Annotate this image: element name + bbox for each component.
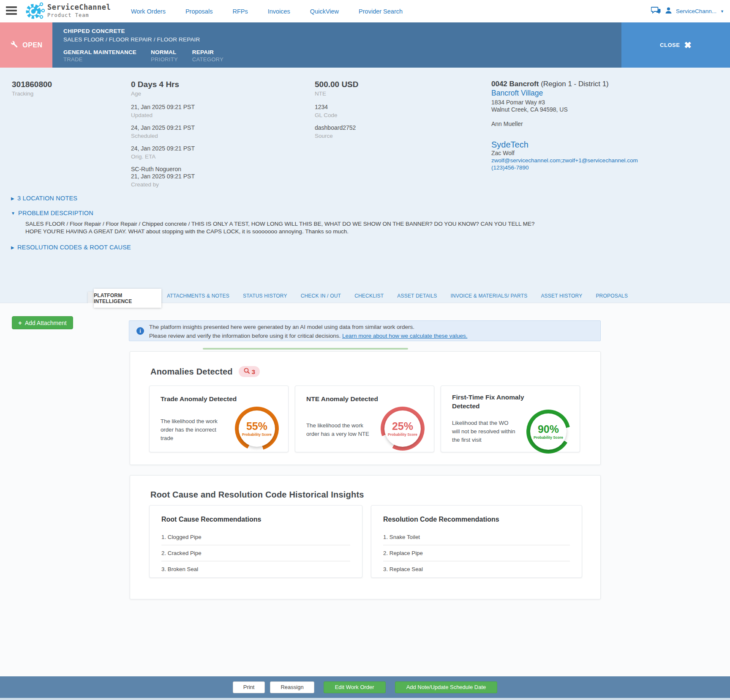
gl-code-label: GL Code (315, 112, 359, 119)
tracking-column: 301860800 Tracking (12, 79, 52, 97)
reassign-button[interactable]: Reassign (270, 681, 314, 693)
provider-contact: Zac Wolf (491, 150, 638, 157)
scheduled-value: 24, Jan 2025 09:21 PST (131, 124, 195, 131)
historical-insights-card: Root Cause and Resolution Code Historica… (130, 475, 601, 599)
plus-icon: + (18, 319, 22, 326)
nav-rfps[interactable]: RFPs (232, 8, 248, 15)
add-attachment-button[interactable]: + Add Attachment (12, 316, 73, 329)
learn-more-link[interactable]: Learn more about how we calculate these … (342, 333, 467, 339)
trade-anomaly-score: 55% (246, 421, 267, 432)
resolution-code-item-1: 1. Snake Toilet (383, 529, 570, 545)
root-cause-item-3: 3. Broken Seal (161, 561, 350, 577)
source-label: Source (315, 132, 359, 139)
close-icon: ✖ (684, 41, 692, 49)
resolution-code-recommendations-card: Resolution Code Recommendations 1. Snake… (371, 505, 582, 578)
priority-label: PRIORITY (151, 56, 178, 63)
problem-description-toggle[interactable]: ▼PROBLEM DESCRIPTION (11, 210, 93, 216)
location-notes-toggle[interactable]: ▶3 LOCATION NOTES (11, 195, 77, 202)
updated-label: Updated (131, 112, 195, 119)
status-badge: OPEN (0, 22, 52, 68)
footer-strip (0, 698, 730, 700)
main-nav: Work Orders Proposals RFPs Invoices Quic… (131, 0, 403, 22)
category-value: REPAIR (192, 49, 223, 55)
scheduled-label: Scheduled (131, 132, 195, 139)
tab-proposals[interactable]: PROPOSALS (596, 293, 628, 299)
age-value: 0 Days 4 Hrs (131, 79, 195, 89)
top-nav-bar: ServiceChannel Product Team Work Orders … (0, 0, 730, 22)
store-region: (Region 1 - District 1) (539, 80, 608, 88)
anomaly-count: 3 (252, 368, 255, 375)
tab-bar: ATTACHMENTS & NOTES STATUS HISTORY CHECK… (167, 289, 628, 303)
add-attachment-label: Add Attachment (25, 320, 67, 326)
nte-anomaly-card: NTE Anomaly Detected The likelihood the … (295, 386, 434, 452)
field-trade: GENERAL MAINTENANCE TRADE (63, 49, 136, 63)
nte-anomaly-gauge: 25% Probability Score (381, 407, 425, 451)
action-bar: Print Reassign Edit Work Order Add Note/… (0, 676, 730, 698)
address-line2: Walnut Creek, CA 94598, US (491, 106, 638, 113)
nte-label: NTE (315, 90, 359, 97)
tab-invoice-materials-parts[interactable]: INVOICE & MATERIALS/ PARTS (450, 293, 527, 299)
print-button[interactable]: Print (233, 681, 265, 693)
root-cause-title: Root Cause Recommendations (161, 516, 350, 523)
ai-disclaimer-banner: i The platform insights presented here w… (129, 320, 601, 341)
ftf-anomaly-gauge: 90% Probability Score (526, 410, 570, 454)
account-caret-icon[interactable]: ▼ (720, 9, 724, 14)
tab-check-in-out[interactable]: CHECK IN / OUT (301, 293, 341, 299)
root-cause-item-1: 1. Clogged Pipe (161, 529, 350, 545)
nav-work-orders[interactable]: Work Orders (131, 8, 166, 15)
close-work-order-button[interactable]: CLOSE ✖ (621, 22, 730, 68)
resolution-code-item-3: 3. Replace Seal (383, 561, 570, 577)
add-note-update-schedule-button[interactable]: Add Note/Update Schedule Date (395, 681, 498, 693)
problem-description-line2: HOPE YOU'RE HAVING A GREAT DAY. WHAT abo… (25, 227, 349, 235)
chat-icon[interactable] (651, 6, 661, 16)
edit-work-order-button[interactable]: Edit Work Order (324, 681, 386, 693)
collapsed-caret-icon: ▶ (11, 245, 14, 250)
priority-value: NORMAL (151, 49, 178, 55)
nav-proposals[interactable]: Proposals (185, 8, 212, 15)
user-icon[interactable] (665, 7, 672, 16)
menu-icon[interactable] (6, 6, 18, 16)
store-number: 0042 Bancroft (491, 80, 539, 88)
tab-attachments-notes[interactable]: ATTACHMENTS & NOTES (167, 293, 229, 299)
hidden-element-artifact (203, 348, 408, 350)
resolution-code-title: Resolution Code Recommendations (383, 516, 570, 523)
tab-asset-history[interactable]: ASSET HISTORY (541, 293, 582, 299)
trade-label: TRADE (63, 56, 136, 63)
tab-checklist[interactable]: CHECKLIST (354, 293, 384, 299)
insights-title: Root Cause and Resolution Code Historica… (150, 490, 364, 500)
nte-anomaly-score-label: Probability Score (388, 432, 417, 437)
account-area: ServiceChann... ▼ (651, 0, 724, 22)
category-label: CATEGORY (192, 56, 223, 63)
provider-link[interactable]: SydeTech (491, 140, 528, 149)
ai-disclaimer-line1: The platform insights presented here wer… (149, 323, 467, 331)
status-text: OPEN (22, 41, 42, 49)
resolution-codes-toggle[interactable]: ▶RESOLUTION CODES & ROOT CAUSE (11, 244, 131, 251)
servicechannel-logo-icon (25, 0, 46, 24)
work-order-title: CHIPPED CONCRETE (63, 28, 223, 34)
resolution-codes-label: RESOLUTION CODES & ROOT CAUSE (17, 244, 131, 251)
nav-invoices[interactable]: Invoices (268, 8, 290, 15)
account-name[interactable]: ServiceChann... (676, 8, 716, 14)
brand: ServiceChannel Product Team (47, 3, 111, 18)
anomaly-count-badge: 3 (239, 366, 260, 377)
tab-asset-details[interactable]: ASSET DETAILS (397, 293, 437, 299)
provider-email-link[interactable]: zwolf@servicechannel.com;zwolf+1@service… (491, 157, 638, 164)
provider-phone-link[interactable]: (123)456-7890 (491, 164, 529, 171)
nav-quickview[interactable]: QuickView (310, 8, 339, 15)
first-time-fix-anomaly-card: First-Time Fix Anomaly Detected Likeliho… (441, 386, 580, 452)
nte-value: 500.00 USD (315, 79, 359, 89)
nav-provider-search[interactable]: Provider Search (359, 8, 403, 15)
tab-status-history[interactable]: STATUS HISTORY (243, 293, 287, 299)
source-value: dashboard2752 (315, 124, 359, 131)
trade-anomaly-title: Trade Anomaly Detected (161, 394, 279, 403)
trade-anomaly-score-label: Probability Score (242, 432, 272, 437)
dates-column: 0 Days 4 Hrs Age 21, Jan 2025 09:21 PST … (131, 79, 195, 194)
banner-fields: GENERAL MAINTENANCE TRADE NORMAL PRIORIT… (63, 49, 223, 63)
close-label: CLOSE (660, 42, 680, 48)
nte-anomaly-title: NTE Anomaly Detected (306, 394, 425, 403)
field-priority: NORMAL PRIORITY (151, 49, 178, 63)
tracking-number: 301860800 (12, 79, 52, 89)
location-link[interactable]: Bancroft Village (491, 89, 543, 97)
tab-platform-intelligence[interactable]: PLATFORM INTELLIGENCE (94, 289, 161, 308)
brand-title: ServiceChannel (47, 3, 111, 11)
